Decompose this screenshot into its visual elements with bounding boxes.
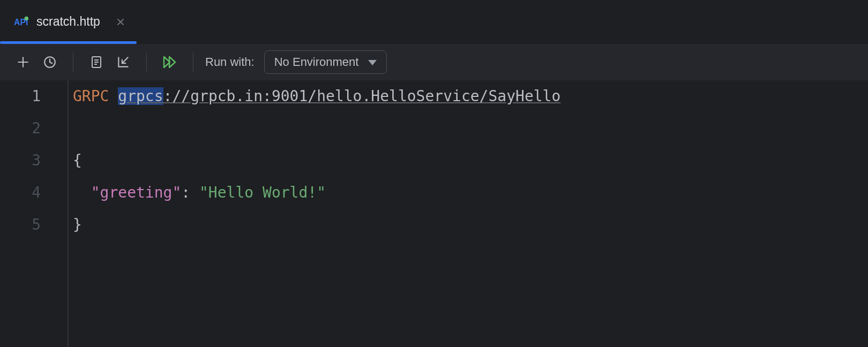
svg-marker-13 xyxy=(368,60,377,65)
tab-filename: scratch.http xyxy=(36,14,100,29)
line-number-gutter: 1 2 3 4 5 xyxy=(0,80,69,347)
environment-dropdown[interactable]: No Environment xyxy=(264,50,387,74)
json-value: "Hello World!" xyxy=(199,184,326,201)
toolbar-separator xyxy=(73,52,73,72)
code-line[interactable]: } xyxy=(73,209,868,241)
chevron-down-icon xyxy=(368,55,377,69)
run-all-button[interactable] xyxy=(158,50,182,74)
svg-point-1 xyxy=(25,16,28,20)
run-with-label: Run with: xyxy=(205,55,255,69)
json-key: "greeting" xyxy=(91,184,182,201)
toolbar-separator xyxy=(193,52,193,72)
file-tab[interactable]: API scratch.http xyxy=(0,0,137,43)
line-number: 5 xyxy=(0,209,41,241)
line-number: 2 xyxy=(0,112,41,145)
close-icon[interactable] xyxy=(115,17,126,27)
api-icon: API xyxy=(14,16,29,28)
code-line[interactable]: { xyxy=(73,145,868,177)
json-open-brace: { xyxy=(73,152,82,169)
url-rest: ://grpcb.in:9001/hello.HelloService/SayH… xyxy=(163,87,561,105)
code-line[interactable]: "greeting": "Hello World!" xyxy=(73,177,868,209)
line-number: 4 xyxy=(0,177,41,209)
toolbar-separator xyxy=(146,52,147,72)
editor-toolbar: Run with: No Environment xyxy=(0,44,868,80)
add-request-button[interactable] xyxy=(11,50,35,74)
code-area[interactable]: GRPC grpcs://grpcb.in:9001/hello.HelloSe… xyxy=(69,80,868,347)
environment-value: No Environment xyxy=(274,55,359,69)
import-button[interactable] xyxy=(111,50,136,74)
json-close-brace: } xyxy=(73,216,82,233)
line-number: 1 xyxy=(0,80,41,112)
examples-button[interactable] xyxy=(84,50,109,74)
code-line[interactable] xyxy=(73,112,868,145)
request-method: GRPC xyxy=(73,87,109,105)
line-number: 3 xyxy=(0,145,41,177)
history-button[interactable] xyxy=(38,50,62,74)
request-url: grpcs://grpcb.in:9001/hello.HelloService… xyxy=(118,87,560,105)
tab-bar: API scratch.http xyxy=(0,0,868,44)
code-line[interactable]: GRPC grpcs://grpcb.in:9001/hello.HelloSe… xyxy=(73,80,868,112)
code-editor[interactable]: 1 2 3 4 5 GRPC grpcs://grpcb.in:9001/hel… xyxy=(0,80,868,347)
url-scheme-selection: grpcs xyxy=(118,87,163,105)
